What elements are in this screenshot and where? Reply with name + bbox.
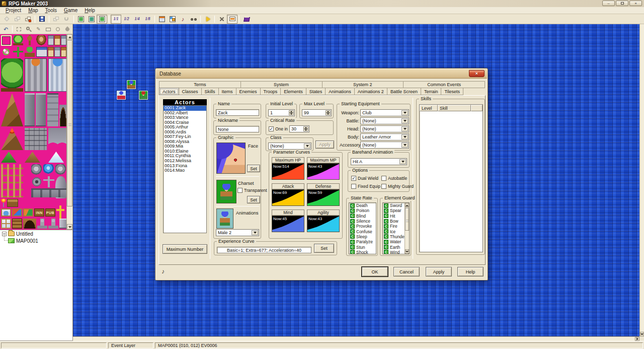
title-screen-icon[interactable] — [227, 15, 237, 24]
nickname-input[interactable]: None — [216, 126, 259, 132]
element-item[interactable]: CSword — [383, 203, 405, 208]
state-rate-list[interactable]: CDeathCPoisonCBlindCSilenceCProvokeCConf… — [349, 202, 376, 254]
class-dropdown[interactable]: (None) — [268, 143, 311, 150]
tree-root-row[interactable]: Untitled — [0, 230, 72, 237]
critical-rate-checkbox[interactable]: ✓One in — [269, 126, 288, 131]
state-item[interactable]: CProvoke — [349, 224, 376, 229]
state-item[interactable]: CPoison — [349, 208, 376, 213]
scroll-right-icon[interactable] — [635, 337, 639, 341]
scroll-down-icon[interactable] — [640, 332, 644, 336]
palette-tile-deadtree[interactable] — [25, 35, 35, 45]
initial-level-stepper[interactable]: 1 — [268, 109, 295, 116]
skills-list[interactable]: Level Skill — [419, 104, 483, 252]
help-icon[interactable] — [241, 15, 252, 24]
menu-game[interactable]: Game — [60, 7, 81, 14]
checkbox-icon[interactable] — [381, 176, 386, 181]
palette-tile-stump[interactable] — [36, 35, 46, 45]
state-item[interactable]: CBlind — [349, 214, 376, 219]
tab-terms[interactable]: Terms — [159, 81, 240, 88]
fill-tool-icon[interactable] — [63, 25, 72, 34]
element-item[interactable]: CFire — [383, 224, 405, 229]
tab-classes[interactable]: Classes — [179, 88, 202, 95]
pen-tool-icon[interactable]: ✎ — [34, 25, 43, 34]
element-item[interactable]: CHit — [383, 214, 405, 219]
palette-tile-bigtower[interactable] — [47, 93, 58, 126]
checkbox-icon[interactable] — [351, 184, 356, 189]
tab-skills[interactable]: Skills — [202, 88, 219, 95]
palette-tile-well[interactable] — [31, 176, 42, 187]
tileset-palette[interactable]: INNPUB — [0, 34, 73, 230]
zoom-1-1-button[interactable]: 1/1 — [111, 15, 121, 24]
actors-list[interactable]: 0001:Zack0002:Albert0003:Vance0004:Crais… — [163, 105, 207, 233]
spin-down-icon[interactable] — [303, 129, 308, 131]
palette-tile-pillar[interactable] — [59, 219, 67, 229]
close-button[interactable]: × — [629, 1, 642, 6]
tab-animations-2[interactable]: Animations 2 — [355, 88, 387, 95]
face-set-button[interactable]: Set — [247, 165, 260, 172]
palette-tile-bldg2[interactable] — [48, 47, 54, 57]
tab-elements[interactable]: Elements — [281, 88, 306, 95]
tab-system[interactable]: System — [240, 81, 322, 88]
tree-map-label[interactable]: MAP0001 — [16, 238, 38, 244]
palette-tile-dirthill[interactable] — [25, 152, 40, 163]
menu-project[interactable]: Project — [2, 7, 25, 14]
state-item[interactable]: CShock — [349, 250, 376, 254]
state-item[interactable]: CDeath — [349, 203, 376, 208]
tileset-palette-tiles[interactable]: INNPUB — [0, 34, 67, 230]
element-item[interactable]: CBow — [383, 219, 405, 224]
palette-tile-cactus[interactable] — [13, 47, 23, 57]
palette-scrollbar[interactable] — [66, 34, 72, 230]
undo-icon[interactable]: ↶ — [1, 25, 11, 34]
music-note-icon[interactable]: ♪ — [162, 268, 165, 275]
map-vertical-scrollbar[interactable] — [639, 24, 644, 336]
equip-dropdown-body[interactable]: Leather Armor — [360, 133, 409, 141]
chevron-down-icon[interactable] — [252, 230, 258, 235]
menu-map[interactable]: Map — [25, 7, 41, 14]
state-item[interactable]: CSilence — [349, 219, 376, 224]
element-item[interactable]: CSpear — [383, 208, 405, 213]
skills-col-skill[interactable]: Skill — [438, 105, 471, 111]
element-item[interactable]: CWater — [383, 239, 405, 244]
chevron-down-icon[interactable] — [401, 126, 408, 131]
equip-dropdown-accessory[interactable]: (None) — [360, 142, 409, 149]
ok-button[interactable]: OK — [362, 267, 388, 276]
skills-col-level[interactable]: Level — [420, 105, 438, 111]
tab-common-events[interactable]: Common Events — [403, 81, 485, 88]
checkbox-icon[interactable]: ✓ — [351, 176, 356, 181]
palette-tile-bigtree[interactable] — [1, 58, 23, 92]
scroll-down-icon[interactable] — [67, 224, 72, 230]
element-scroll-thumb[interactable] — [405, 208, 409, 231]
palette-tile-tree[interactable] — [13, 35, 23, 45]
map-event[interactable] — [139, 91, 148, 100]
close-project-icon[interactable] — [23, 15, 33, 24]
palette-scroll-thumb[interactable] — [67, 40, 72, 206]
palette-tile-bldg[interactable] — [54, 47, 60, 57]
actor-list-item[interactable]: 0014:Mao — [164, 168, 206, 173]
zoom-tool-icon[interactable] — [24, 25, 34, 34]
upper-layer-icon[interactable] — [86, 15, 97, 24]
palette-tile-sign[interactable]: INN — [34, 208, 44, 217]
element-item[interactable]: CEarth — [383, 244, 405, 249]
help-button[interactable]: Help — [457, 267, 484, 276]
project-tree[interactable]: Untitled MAP0001 — [0, 230, 73, 341]
palette-tile-rock[interactable] — [55, 164, 66, 175]
dialog-close-icon[interactable]: × — [469, 70, 485, 77]
palette-tile-mountain[interactable] — [1, 93, 23, 126]
tree-root-label[interactable]: Untitled — [16, 231, 33, 237]
palette-tile-crossgold[interactable] — [56, 205, 64, 219]
transparent-checkbox[interactable]: Transparent — [237, 188, 267, 193]
zoom-1-4-button[interactable]: 1/4 — [132, 15, 142, 24]
palette-tile-rock[interactable] — [31, 164, 42, 175]
element-guard-scrollbar[interactable] — [405, 203, 409, 254]
palette-tile-bluecastle[interactable] — [48, 58, 67, 92]
charset-set-button[interactable]: Set — [247, 196, 260, 203]
maximum-number-button[interactable]: Maximum Number — [163, 244, 207, 254]
palette-tile-castle[interactable] — [25, 58, 47, 92]
option-autobattle[interactable]: Autobattle — [381, 176, 407, 181]
palette-tile-tower[interactable] — [36, 93, 46, 126]
title-bar[interactable]: RPG Maker 2003 – × — [0, 0, 644, 7]
battle-animation-dropdown[interactable]: Male 2 — [216, 229, 259, 236]
palette-tile-table[interactable] — [7, 199, 18, 207]
element-guard-list[interactable]: CSwordCSpearCHitCBowCFireCIceCThunderCWa… — [382, 202, 410, 254]
event-layer-icon[interactable] — [97, 15, 107, 24]
